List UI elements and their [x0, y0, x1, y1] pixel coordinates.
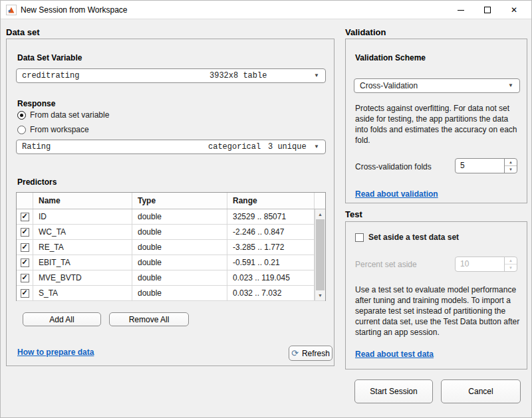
dataset-variable-dropdown[interactable]: creditrating 3932x8 table ▼	[16, 68, 326, 83]
check-icon: ✓	[21, 289, 27, 296]
radio-from-workspace[interactable]: From workspace	[17, 124, 89, 135]
row-checkbox[interactable]: ✓	[21, 289, 29, 298]
refresh-icon: ⟳	[291, 349, 299, 358]
cell-type: double	[132, 240, 227, 255]
test-panel: Set aside a test data set Percent set as…	[345, 221, 527, 369]
refresh-button[interactable]: ⟳ Refresh	[289, 346, 332, 361]
scroll-down-icon[interactable]: ▼	[315, 290, 325, 300]
percent-set-aside-label: Percent set aside	[355, 260, 417, 269]
table-row[interactable]: ✓ RE_TA double -3.285 .. 1.772	[17, 240, 325, 255]
maximize-button[interactable]	[474, 1, 501, 19]
cell-type: double	[132, 225, 227, 239]
spinner-down-icon: ▼	[505, 264, 517, 271]
validation-scheme-dropdown[interactable]: Cross-Validation ▼	[354, 78, 520, 93]
radio-unselected-icon	[17, 126, 26, 134]
row-checkbox[interactable]: ✓	[21, 228, 29, 237]
maximize-icon	[484, 7, 491, 13]
read-about-test-data-link[interactable]: Read about test data	[355, 350, 434, 359]
check-icon: ✓	[21, 259, 27, 266]
spinner-buttons: ▲ ▼	[504, 257, 517, 271]
start-session-label: Start Session	[370, 387, 417, 396]
scrollbar-thumb[interactable]	[316, 219, 325, 290]
row-checkbox[interactable]: ✓	[21, 243, 29, 252]
minimize-button[interactable]	[448, 1, 474, 19]
percent-spinner: 10 ▲ ▼	[455, 257, 517, 272]
cell-range: 0.032 .. 7.032	[227, 286, 315, 300]
folds-value: 5	[460, 159, 465, 173]
folds-label: Cross-validation folds	[355, 161, 432, 172]
table-row[interactable]: ✓ ID double 32529 .. 85071	[17, 209, 325, 225]
cell-range: -0.591 .. 0.21	[227, 255, 315, 270]
radio-from-dataset[interactable]: From data set variable	[17, 110, 109, 120]
cell-name: MVE_BVTD	[33, 270, 132, 285]
close-button[interactable]: ✕	[501, 1, 527, 19]
refresh-label: Refresh	[302, 349, 330, 358]
dataset-variable-value: creditrating	[22, 69, 79, 82]
validation-heading: Validation	[345, 27, 386, 37]
test-description: Use a test set to evaluate model perform…	[355, 284, 523, 338]
cell-name: WC_TA	[33, 225, 132, 239]
dataset-variable-label: Data Set Variable	[17, 53, 82, 62]
table-header-row: Name Type Range	[17, 193, 325, 209]
table-scrollbar[interactable]: ▲ ▼	[315, 209, 325, 300]
percent-value: 10	[460, 257, 469, 271]
add-all-label: Add All	[49, 315, 74, 324]
remove-all-label: Remove All	[129, 315, 170, 324]
cell-type: double	[132, 270, 227, 285]
chevron-down-icon: ▼	[314, 69, 319, 82]
cell-type: double	[132, 255, 227, 270]
cancel-button[interactable]: Cancel	[441, 379, 521, 403]
folds-spinner[interactable]: 5 ▲ ▼	[455, 158, 517, 173]
cell-name: ID	[33, 209, 132, 224]
table-row[interactable]: ✓ WC_TA double -2.246 .. 0.847	[17, 225, 325, 240]
set-aside-test-checkbox[interactable]	[355, 233, 364, 242]
radio-from-dataset-label: From data set variable	[30, 110, 109, 120]
table-row[interactable]: ✓ MVE_BVTD double 0.023 .. 119.045	[17, 270, 325, 286]
set-aside-test-checkbox-row[interactable]: Set aside a test data set	[355, 233, 459, 242]
window-controls: ✕	[448, 1, 527, 19]
dataset-variable-info: 3932x8 table	[209, 69, 267, 82]
spinner-buttons: ▲ ▼	[504, 159, 517, 173]
scroll-up-icon[interactable]: ▲	[315, 209, 325, 219]
matlab-logo-icon	[6, 5, 17, 15]
how-to-prepare-data-link[interactable]: How to prepare data	[17, 348, 94, 357]
cell-name: S_TA	[33, 286, 132, 300]
table-row[interactable]: ✓ S_TA double 0.032 .. 7.032	[17, 286, 325, 301]
start-session-button[interactable]: Start Session	[354, 379, 433, 403]
row-checkbox[interactable]: ✓	[21, 259, 29, 267]
cell-name: RE_TA	[33, 240, 132, 255]
close-icon: ✕	[511, 6, 517, 14]
cell-range: -3.285 .. 1.772	[227, 240, 315, 255]
chevron-down-icon: ▼	[508, 79, 513, 92]
cell-range: 32529 .. 85071	[227, 209, 315, 224]
validation-panel: Validation Scheme Cross-Validation ▼ Pro…	[345, 39, 527, 203]
response-unique-info: 3 unique	[268, 140, 307, 154]
read-about-validation-link[interactable]: Read about validation	[355, 189, 438, 199]
predictors-label: Predictors	[17, 177, 57, 187]
response-dropdown[interactable]: Rating categorical 3 unique ▼	[16, 140, 326, 154]
check-icon: ✓	[21, 228, 27, 235]
spinner-up-icon: ▲	[505, 257, 517, 264]
window-title: New Session from Workspace	[21, 1, 128, 19]
cell-type: double	[132, 286, 227, 300]
cell-type: double	[132, 209, 227, 224]
table-row[interactable]: ✓ EBIT_TA double -0.591 .. 0.21	[17, 255, 325, 270]
dataset-heading: Data set	[6, 27, 40, 37]
header-range: Range	[227, 193, 315, 209]
check-icon: ✓	[21, 274, 27, 281]
cell-name: EBIT_TA	[33, 255, 132, 270]
spinner-up-icon[interactable]: ▲	[505, 159, 517, 166]
spinner-down-icon[interactable]: ▼	[505, 166, 517, 173]
validation-scheme-label: Validation Scheme	[355, 53, 426, 62]
remove-all-button[interactable]: Remove All	[109, 312, 189, 326]
test-heading: Test	[345, 209, 362, 219]
radio-from-workspace-label: From workspace	[30, 125, 89, 134]
set-aside-test-label: Set aside a test data set	[368, 233, 459, 242]
row-checkbox[interactable]: ✓	[21, 274, 29, 282]
header-type: Type	[132, 193, 227, 209]
validation-description: Protects against overfitting. For data n…	[355, 103, 521, 146]
row-checkbox[interactable]: ✓	[21, 213, 29, 221]
minimize-icon	[458, 10, 464, 11]
check-icon: ✓	[21, 243, 27, 251]
add-all-button[interactable]: Add All	[23, 312, 101, 326]
